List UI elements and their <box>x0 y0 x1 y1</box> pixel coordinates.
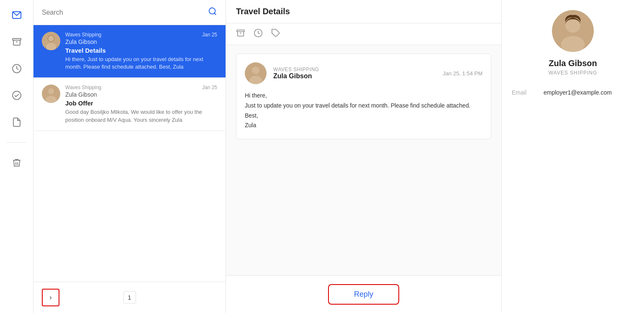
sidebar-divider <box>7 142 26 143</box>
nav-prev-button[interactable]: › <box>42 289 59 306</box>
svg-point-20 <box>252 67 259 74</box>
email-content-2: Waves Shipping Jan 25 Zula Gibson Job Of… <box>65 85 217 123</box>
search-input[interactable] <box>42 9 203 16</box>
message-meta: WAVES SHIPPING Zula Gibson Jan 25, 1:54 … <box>245 62 482 84</box>
sender-company-1: Waves Shipping <box>65 32 101 38</box>
email-item-2[interactable]: Waves Shipping Jan 25 Zula Gibson Job Of… <box>33 78 226 131</box>
archive-toolbar-icon[interactable] <box>236 28 245 40</box>
message-date: Jan 25, 1:54 PM <box>443 70 482 77</box>
contact-email-field: Email employer1@example.com <box>512 89 634 96</box>
sender-name-1: Zula Gibson <box>65 38 217 45</box>
subject-1: Travel Details <box>65 47 217 54</box>
svg-rect-15 <box>237 30 244 32</box>
message-company: WAVES SHIPPING <box>273 67 436 72</box>
message-meta-info: WAVES SHIPPING Zula Gibson <box>273 67 436 80</box>
body-line-3: Best, <box>245 111 482 121</box>
page-number: 1 <box>123 291 136 304</box>
document-icon[interactable] <box>8 114 25 131</box>
search-bar <box>33 0 226 25</box>
email-list-footer: › 1 <box>33 282 226 313</box>
date-2: Jan 25 <box>202 85 217 90</box>
contact-panel: Zula Gibson WAVES SHIPPING Email employe… <box>502 0 644 313</box>
message-body: Hi there, Just to update you on your tra… <box>245 91 482 131</box>
clock-toolbar-icon[interactable] <box>254 28 263 40</box>
check-icon[interactable] <box>8 87 25 104</box>
contact-avatar <box>552 10 594 52</box>
email-messages: WAVES SHIPPING Zula Gibson Jan 25, 1:54 … <box>226 45 501 275</box>
contact-company: WAVES SHIPPING <box>549 70 598 76</box>
message-sender: Zula Gibson <box>273 72 436 80</box>
email-header-row-1: Waves Shipping Jan 25 <box>65 32 217 38</box>
detail-toolbar <box>226 23 501 45</box>
email-detail-panel: Travel Details <box>226 0 502 313</box>
search-icon[interactable] <box>208 7 217 18</box>
avatar-1 <box>42 32 60 50</box>
detail-header: Travel Details <box>226 0 501 23</box>
email-label: Email <box>512 89 537 96</box>
email-value: employer1@example.com <box>544 89 612 96</box>
preview-1: Hi there, Just to update you on your tra… <box>65 56 217 71</box>
arrow-icon: › <box>49 294 51 301</box>
detail-title: Travel Details <box>236 7 290 16</box>
subject-2: Job Offer <box>65 100 217 107</box>
date-1: Jan 25 <box>202 32 217 38</box>
svg-point-10 <box>48 36 54 41</box>
message-avatar <box>245 62 267 84</box>
archive-icon[interactable] <box>8 33 25 50</box>
contact-name: Zula Gibson <box>549 59 597 68</box>
svg-point-5 <box>209 8 216 14</box>
email-list-panel: Waves Shipping Jan 25 Zula Gibson Travel… <box>33 0 226 313</box>
svg-rect-1 <box>13 38 21 40</box>
trash-icon[interactable] <box>8 154 25 171</box>
body-line-2: Just to update you on your travel detail… <box>245 101 482 111</box>
body-line-4: Zula <box>245 121 482 131</box>
detail-footer: Reply <box>226 275 501 313</box>
message-card: WAVES SHIPPING Zula Gibson Jan 25, 1:54 … <box>236 54 491 139</box>
sender-name-2: Zula Gibson <box>65 91 217 98</box>
email-header-row-2: Waves Shipping Jan 25 <box>65 85 217 90</box>
sidebar <box>0 0 33 313</box>
avatar-2 <box>42 85 60 103</box>
email-content-1: Waves Shipping Jan 25 Zula Gibson Travel… <box>65 32 217 71</box>
svg-line-6 <box>214 13 216 15</box>
email-item-1[interactable]: Waves Shipping Jan 25 Zula Gibson Travel… <box>33 25 226 78</box>
history-icon[interactable] <box>8 60 25 77</box>
body-line-1: Hi there, <box>245 91 482 101</box>
svg-point-13 <box>48 88 54 94</box>
tag-toolbar-icon[interactable] <box>271 28 280 40</box>
sender-company-2: Waves Shipping <box>65 85 101 90</box>
inbox-icon[interactable] <box>8 7 25 23</box>
email-items: Waves Shipping Jan 25 Zula Gibson Travel… <box>33 25 226 282</box>
preview-2: Good day Bosiljko Mlikota, We would like… <box>65 108 217 123</box>
reply-button[interactable]: Reply <box>328 284 399 305</box>
